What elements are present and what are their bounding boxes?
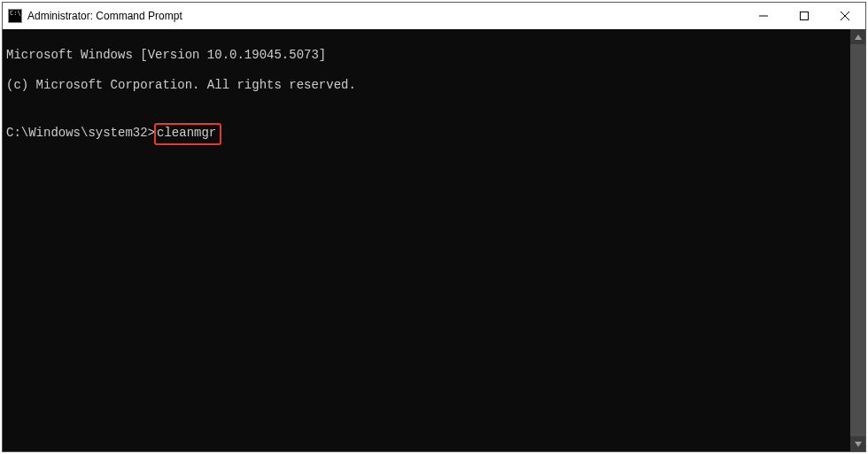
command-highlight: cleanmgr [154, 123, 221, 145]
close-icon [841, 12, 849, 20]
maximize-icon [800, 12, 809, 20]
version-line: Microsoft Windows [Version 10.0.19045.50… [6, 48, 847, 63]
terminal-output[interactable]: Microsoft Windows [Version 10.0.19045.50… [3, 29, 850, 451]
window-controls [743, 3, 865, 29]
scroll-down-button[interactable] [850, 436, 865, 451]
svg-marker-4 [855, 35, 862, 40]
scrollbar-thumb[interactable] [850, 44, 865, 436]
typed-command: cleanmgr [157, 126, 216, 140]
maximize-button[interactable] [784, 3, 825, 29]
minimize-button[interactable] [743, 3, 784, 29]
client-area: Microsoft Windows [Version 10.0.19045.50… [3, 29, 865, 451]
svg-marker-5 [855, 442, 862, 447]
scrollbar-track[interactable] [850, 44, 865, 436]
cmd-icon [8, 9, 22, 23]
copyright-line: (c) Microsoft Corporation. All rights re… [6, 78, 847, 93]
close-button[interactable] [825, 3, 865, 29]
chevron-down-icon [855, 442, 862, 447]
vertical-scrollbar[interactable] [850, 29, 865, 451]
titlebar[interactable]: Administrator: Command Prompt [3, 3, 865, 29]
chevron-up-icon [855, 35, 862, 40]
minimize-icon [759, 12, 768, 20]
svg-rect-1 [801, 12, 809, 20]
command-prompt-window: Administrator: Command Prompt Microsoft … [2, 2, 866, 452]
scroll-up-button[interactable] [850, 29, 865, 44]
prompt-path: C:\Windows\system32> [6, 126, 155, 140]
window-title: Administrator: Command Prompt [27, 10, 182, 22]
